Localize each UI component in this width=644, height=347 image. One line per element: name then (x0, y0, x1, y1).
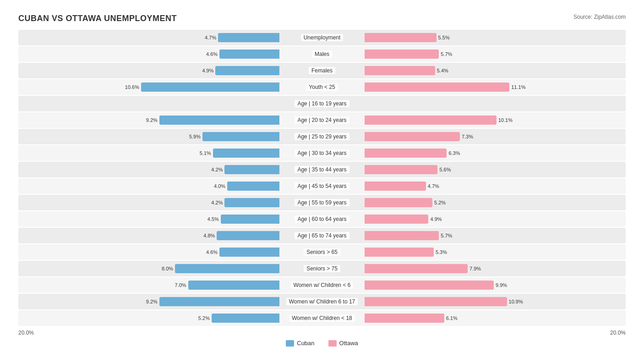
bar-blue (212, 314, 279, 323)
bar-left-value: 4.5% (202, 216, 219, 222)
bar-right-value: 5.7% (441, 51, 457, 57)
bar-left-value: 5.2% (193, 315, 210, 321)
bar-pink (365, 314, 444, 323)
table-row: 4.6%Males5.7% (18, 46, 626, 62)
bar-label-text: Seniors > 75 (304, 265, 340, 272)
bar-label: Age | 25 to 29 years (279, 133, 365, 140)
bar-left-value: 5.1% (195, 150, 211, 156)
bar-pink (365, 281, 494, 290)
bar-left-value: 4.7% (200, 35, 216, 40)
bar-pink (365, 297, 507, 306)
bar-right-value: 5.4% (437, 68, 453, 73)
bar-left-value: 5.9% (184, 134, 201, 139)
bar-blue (217, 231, 279, 240)
table-row: 4.2%Age | 55 to 59 years5.2% (18, 195, 626, 210)
table-row: 5.1%Age | 30 to 34 years6.3% (18, 145, 626, 161)
table-row: 16.9%Age | 16 to 19 years16.9% (18, 96, 626, 111)
bar-blue (159, 116, 279, 125)
chart-title: CUBAN VS OTTAWA UNEMPLOYMENT (18, 14, 177, 23)
chart-header: CUBAN VS OTTAWA UNEMPLOYMENT Source: Zip… (18, 14, 626, 23)
table-row: 4.8%Age | 65 to 74 years5.7% (18, 228, 626, 243)
axis-left: 20.0% (18, 330, 34, 336)
legend-ottawa: Ottawa (328, 340, 358, 347)
bar-blue (221, 215, 279, 224)
bar-pink (365, 50, 439, 59)
bar-blue (215, 66, 279, 75)
bar-label-text: Males (312, 50, 332, 58)
bar-label-text: Age | 25 to 29 years (295, 133, 349, 140)
bar-label-text: Women w/ Children 6 to 17 (286, 298, 358, 305)
bar-blue (219, 248, 279, 257)
bar-pink (365, 132, 460, 141)
bar-label-text: Age | 35 to 44 years (295, 166, 349, 173)
bar-blue (227, 182, 279, 191)
table-row: 4.6%Seniors > 655.3% (18, 244, 626, 260)
bar-label-text: Youth < 25 (306, 83, 338, 91)
bar-blue (202, 132, 279, 141)
bar-right-value: 5.3% (436, 249, 452, 255)
bar-label-text: Women w/ Children < 6 (291, 281, 354, 289)
bar-label-text: Age | 45 to 54 years (295, 182, 349, 190)
bar-left-value: 9.2% (141, 117, 158, 123)
table-row: 5.9%Age | 25 to 29 years7.3% (18, 129, 626, 144)
bar-left-value: 4.6% (201, 51, 218, 57)
bar-left-value: 7.0% (170, 282, 186, 288)
bar-label: Age | 35 to 44 years (279, 166, 365, 173)
bar-pink (365, 215, 429, 224)
bar-pink (365, 33, 437, 42)
table-row: 4.0%Age | 45 to 54 years4.7% (18, 178, 626, 194)
bar-pink (365, 165, 438, 174)
bar-blue (224, 165, 279, 174)
bar-left-value: 8.0% (157, 266, 173, 271)
legend-ottawa-label: Ottawa (339, 340, 358, 347)
bar-label: Age | 20 to 24 years (279, 116, 365, 124)
bar-label-text: Seniors > 65 (304, 248, 340, 256)
bar-right-value: 9.9% (496, 282, 512, 288)
bar-blue (219, 50, 279, 59)
chart-source: Source: ZipAtlas.com (573, 14, 626, 20)
bar-blue (218, 33, 279, 42)
bar-pink (365, 116, 497, 125)
bar-left-value: 4.0% (209, 183, 225, 189)
bar-right-value: 11.1% (511, 84, 528, 90)
bar-right-value: 10.1% (498, 117, 515, 123)
legend: Cuban Ottawa (18, 340, 626, 347)
bar-label: Males (279, 50, 365, 58)
bar-right-value: 10.9% (509, 299, 525, 304)
table-row: 4.5%Age | 60 to 64 years4.9% (18, 211, 626, 227)
table-row: 9.2%Age | 20 to 24 years10.1% (18, 112, 626, 128)
chart-body: 4.7%Unemployment5.5%4.6%Males5.7%4.9%Fem… (18, 30, 626, 326)
bar-blue (141, 83, 279, 92)
bar-label-text: Age | 65 to 74 years (295, 232, 349, 239)
bar-pink (365, 248, 434, 257)
bar-blue (213, 149, 279, 158)
bar-right-value: 4.9% (430, 216, 447, 222)
bar-label: Women w/ Children < 18 (279, 314, 365, 322)
bar-label: Age | 16 to 19 years (279, 100, 365, 107)
bar-right-value: 5.2% (434, 200, 451, 205)
bar-left-value: 4.2% (206, 200, 223, 205)
table-row: 7.0%Women w/ Children < 69.9% (18, 277, 626, 293)
table-row: 4.7%Unemployment5.5% (18, 30, 626, 45)
bar-label-text: Women w/ Children < 18 (289, 314, 355, 322)
bar-right-value: 7.3% (462, 134, 478, 139)
bar-label-text: Age | 16 to 19 years (295, 100, 349, 107)
bar-pink (365, 182, 426, 191)
bar-blue (159, 297, 279, 306)
bar-pink (365, 149, 447, 158)
bar-right-value: 7.9% (469, 266, 486, 271)
bar-right-value: 6.3% (448, 150, 465, 156)
bar-label: Seniors > 65 (279, 248, 365, 256)
bar-label: Age | 45 to 54 years (279, 182, 365, 190)
bar-pink (365, 264, 468, 273)
bar-pink (365, 231, 439, 240)
table-row: 4.9%Females5.4% (18, 63, 626, 78)
bar-label: Seniors > 75 (279, 265, 365, 272)
bar-right-value: 4.7% (428, 183, 444, 189)
table-row: 8.0%Seniors > 757.9% (18, 261, 626, 276)
bar-label-text: Females (309, 67, 335, 74)
bar-label: Women w/ Children < 6 (279, 281, 365, 289)
table-row: 4.2%Age | 35 to 44 years5.6% (18, 162, 626, 177)
axis-row: 20.0% 20.0% (18, 330, 626, 336)
bar-label: Age | 30 to 34 years (279, 149, 365, 157)
